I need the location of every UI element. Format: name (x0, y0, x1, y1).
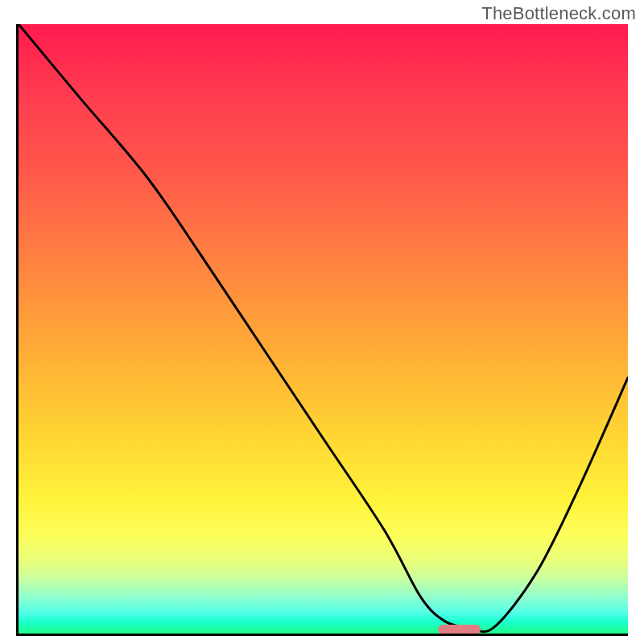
bottleneck-curve (19, 24, 628, 634)
optimal-marker (438, 625, 481, 634)
plot-area (16, 24, 628, 636)
watermark-text: TheBottleneck.com (481, 3, 636, 24)
chart-container: TheBottleneck.com (0, 0, 644, 644)
